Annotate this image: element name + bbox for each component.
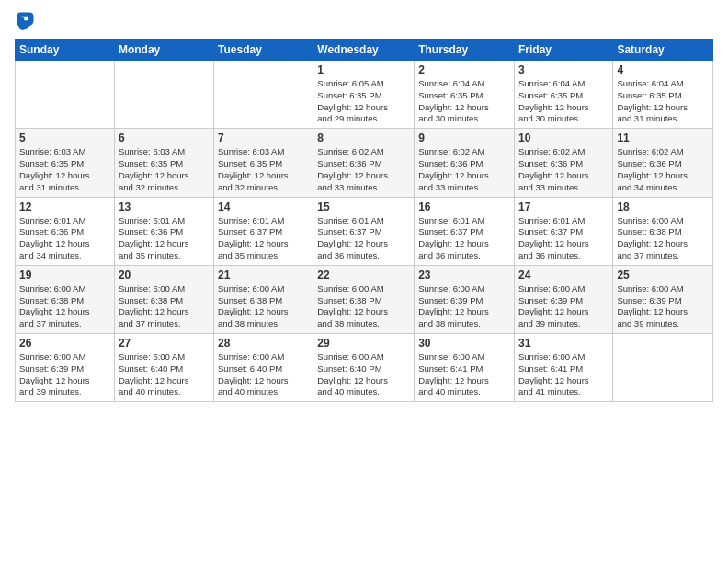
cell-day-number: 5 xyxy=(19,132,110,144)
calendar-cell: 15Sunrise: 6:01 AM Sunset: 6:37 PM Dayli… xyxy=(313,197,415,265)
cell-day-number: 31 xyxy=(518,337,609,350)
cell-day-number: 6 xyxy=(119,132,210,144)
cell-day-number: 22 xyxy=(317,269,410,282)
weekday-header-monday: Monday xyxy=(114,40,213,61)
cell-info: Sunrise: 6:00 AM Sunset: 6:39 PM Dayligh… xyxy=(518,283,609,330)
weekday-header-row: SundayMondayTuesdayWednesdayThursdayFrid… xyxy=(16,40,713,61)
cell-day-number: 4 xyxy=(617,63,709,76)
cell-info: Sunrise: 6:00 AM Sunset: 6:40 PM Dayligh… xyxy=(119,351,210,398)
cell-info: Sunrise: 6:04 AM Sunset: 6:35 PM Dayligh… xyxy=(617,78,709,125)
calendar-cell: 14Sunrise: 6:01 AM Sunset: 6:37 PM Dayli… xyxy=(214,197,313,265)
calendar-week-1: 1Sunrise: 6:05 AM Sunset: 6:35 PM Daylig… xyxy=(16,61,713,129)
calendar-cell: 13Sunrise: 6:01 AM Sunset: 6:36 PM Dayli… xyxy=(114,197,213,265)
cell-day-number: 25 xyxy=(617,269,709,282)
cell-info: Sunrise: 6:04 AM Sunset: 6:35 PM Dayligh… xyxy=(518,78,609,125)
cell-day-number: 20 xyxy=(119,269,210,282)
cell-day-number: 12 xyxy=(19,201,110,213)
calendar-cell: 5Sunrise: 6:03 AM Sunset: 6:35 PM Daylig… xyxy=(16,129,115,197)
cell-day-number: 10 xyxy=(518,132,609,144)
calendar-cell xyxy=(16,61,115,129)
cell-day-number: 28 xyxy=(218,337,309,350)
cell-info: Sunrise: 6:00 AM Sunset: 6:38 PM Dayligh… xyxy=(317,283,410,330)
cell-info: Sunrise: 6:01 AM Sunset: 6:37 PM Dayligh… xyxy=(218,215,309,262)
cell-info: Sunrise: 6:03 AM Sunset: 6:35 PM Dayligh… xyxy=(218,146,309,193)
calendar-week-5: 26Sunrise: 6:00 AM Sunset: 6:39 PM Dayli… xyxy=(16,334,713,402)
cell-info: Sunrise: 6:00 AM Sunset: 6:39 PM Dayligh… xyxy=(418,283,510,330)
calendar-cell: 20Sunrise: 6:00 AM Sunset: 6:38 PM Dayli… xyxy=(114,265,213,333)
cell-day-number: 18 xyxy=(617,201,709,213)
cell-day-number: 21 xyxy=(218,269,309,282)
cell-day-number: 24 xyxy=(518,269,609,282)
cell-info: Sunrise: 6:03 AM Sunset: 6:35 PM Dayligh… xyxy=(19,146,110,193)
calendar-cell: 18Sunrise: 6:00 AM Sunset: 6:38 PM Dayli… xyxy=(613,197,713,265)
cell-day-number: 27 xyxy=(119,337,210,350)
weekday-header-sunday: Sunday xyxy=(16,40,115,61)
cell-info: Sunrise: 6:00 AM Sunset: 6:40 PM Dayligh… xyxy=(317,351,410,398)
cell-day-number: 2 xyxy=(418,63,510,76)
weekday-header-friday: Friday xyxy=(514,40,612,61)
logo xyxy=(15,11,39,31)
calendar-cell: 16Sunrise: 6:01 AM Sunset: 6:37 PM Dayli… xyxy=(415,197,515,265)
cell-day-number: 11 xyxy=(617,132,709,144)
cell-day-number: 14 xyxy=(218,201,309,213)
calendar-cell: 30Sunrise: 6:00 AM Sunset: 6:41 PM Dayli… xyxy=(415,334,515,402)
cell-day-number: 13 xyxy=(119,201,210,213)
calendar-cell xyxy=(613,334,713,402)
calendar-cell: 23Sunrise: 6:00 AM Sunset: 6:39 PM Dayli… xyxy=(415,265,515,333)
cell-info: Sunrise: 6:00 AM Sunset: 6:38 PM Dayligh… xyxy=(218,283,309,330)
calendar-week-2: 5Sunrise: 6:03 AM Sunset: 6:35 PM Daylig… xyxy=(16,129,713,197)
calendar-cell: 27Sunrise: 6:00 AM Sunset: 6:40 PM Dayli… xyxy=(114,334,213,402)
weekday-header-tuesday: Tuesday xyxy=(214,40,313,61)
calendar-week-4: 19Sunrise: 6:00 AM Sunset: 6:38 PM Dayli… xyxy=(16,265,713,333)
cell-info: Sunrise: 6:00 AM Sunset: 6:38 PM Dayligh… xyxy=(617,215,709,262)
calendar-cell: 31Sunrise: 6:00 AM Sunset: 6:41 PM Dayli… xyxy=(514,334,612,402)
cell-day-number: 17 xyxy=(518,201,609,213)
cell-day-number: 15 xyxy=(317,201,410,213)
calendar-cell: 28Sunrise: 6:00 AM Sunset: 6:40 PM Dayli… xyxy=(214,334,313,402)
cell-day-number: 30 xyxy=(418,337,510,350)
calendar-table: SundayMondayTuesdayWednesdayThursdayFrid… xyxy=(15,39,713,402)
calendar-cell: 2Sunrise: 6:04 AM Sunset: 6:35 PM Daylig… xyxy=(415,61,515,129)
cell-day-number: 8 xyxy=(317,132,410,144)
calendar-cell: 17Sunrise: 6:01 AM Sunset: 6:37 PM Dayli… xyxy=(514,197,612,265)
cell-info: Sunrise: 6:01 AM Sunset: 6:36 PM Dayligh… xyxy=(19,215,110,262)
page: SundayMondayTuesdayWednesdayThursdayFrid… xyxy=(0,0,728,563)
cell-info: Sunrise: 6:01 AM Sunset: 6:37 PM Dayligh… xyxy=(317,215,410,262)
cell-day-number: 19 xyxy=(19,269,110,282)
calendar-cell xyxy=(214,61,313,129)
cell-info: Sunrise: 6:01 AM Sunset: 6:36 PM Dayligh… xyxy=(119,215,210,262)
cell-info: Sunrise: 6:04 AM Sunset: 6:35 PM Dayligh… xyxy=(418,78,510,125)
weekday-header-saturday: Saturday xyxy=(613,40,713,61)
cell-day-number: 29 xyxy=(317,337,410,350)
cell-info: Sunrise: 6:01 AM Sunset: 6:37 PM Dayligh… xyxy=(418,215,510,262)
cell-day-number: 23 xyxy=(418,269,510,282)
calendar-cell: 8Sunrise: 6:02 AM Sunset: 6:36 PM Daylig… xyxy=(313,129,415,197)
calendar-cell: 10Sunrise: 6:02 AM Sunset: 6:36 PM Dayli… xyxy=(514,129,612,197)
logo-icon xyxy=(15,11,35,31)
cell-day-number: 26 xyxy=(19,337,110,350)
calendar-cell: 12Sunrise: 6:01 AM Sunset: 6:36 PM Dayli… xyxy=(16,197,115,265)
calendar-cell: 22Sunrise: 6:00 AM Sunset: 6:38 PM Dayli… xyxy=(313,265,415,333)
calendar-cell xyxy=(114,61,213,129)
cell-info: Sunrise: 6:00 AM Sunset: 6:38 PM Dayligh… xyxy=(119,283,210,330)
cell-info: Sunrise: 6:01 AM Sunset: 6:37 PM Dayligh… xyxy=(518,215,609,262)
calendar-cell: 3Sunrise: 6:04 AM Sunset: 6:35 PM Daylig… xyxy=(514,61,612,129)
cell-day-number: 9 xyxy=(418,132,510,144)
cell-day-number: 3 xyxy=(518,63,609,76)
calendar-cell: 21Sunrise: 6:00 AM Sunset: 6:38 PM Dayli… xyxy=(214,265,313,333)
calendar-cell: 6Sunrise: 6:03 AM Sunset: 6:35 PM Daylig… xyxy=(114,129,213,197)
cell-day-number: 16 xyxy=(418,201,510,213)
calendar-week-3: 12Sunrise: 6:01 AM Sunset: 6:36 PM Dayli… xyxy=(16,197,713,265)
calendar-cell: 29Sunrise: 6:00 AM Sunset: 6:40 PM Dayli… xyxy=(313,334,415,402)
calendar-cell: 11Sunrise: 6:02 AM Sunset: 6:36 PM Dayli… xyxy=(613,129,713,197)
calendar-cell: 4Sunrise: 6:04 AM Sunset: 6:35 PM Daylig… xyxy=(613,61,713,129)
calendar-cell: 1Sunrise: 6:05 AM Sunset: 6:35 PM Daylig… xyxy=(313,61,415,129)
calendar-cell: 25Sunrise: 6:00 AM Sunset: 6:39 PM Dayli… xyxy=(613,265,713,333)
cell-info: Sunrise: 6:00 AM Sunset: 6:39 PM Dayligh… xyxy=(19,351,110,398)
cell-info: Sunrise: 6:03 AM Sunset: 6:35 PM Dayligh… xyxy=(119,146,210,193)
cell-day-number: 1 xyxy=(317,63,410,76)
cell-info: Sunrise: 6:05 AM Sunset: 6:35 PM Dayligh… xyxy=(317,78,410,125)
cell-info: Sunrise: 6:02 AM Sunset: 6:36 PM Dayligh… xyxy=(418,146,510,193)
cell-info: Sunrise: 6:00 AM Sunset: 6:38 PM Dayligh… xyxy=(19,283,110,330)
calendar-cell: 9Sunrise: 6:02 AM Sunset: 6:36 PM Daylig… xyxy=(415,129,515,197)
